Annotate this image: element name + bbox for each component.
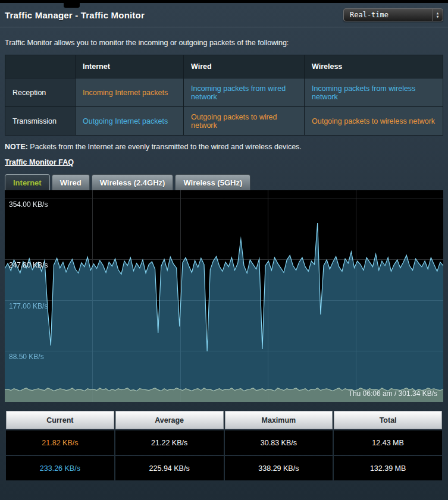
- stats-cell: 233.26 KB/s: [6, 456, 114, 480]
- select-stepper-icon: ▲▼: [432, 9, 443, 21]
- info-row: ReceptionIncoming Internet packetsIncomi…: [5, 78, 443, 107]
- page-title: Traffic Manager - Traffic Monitor: [5, 10, 145, 20]
- tab-wired[interactable]: Wired: [52, 174, 90, 190]
- stats-col-total: Total: [334, 411, 442, 429]
- info-col-header-wireless: Wireless: [305, 55, 443, 78]
- traffic-chart: 354.00 KB/s247.80 KB/s177.00 KB/s88.50 K…: [5, 190, 443, 402]
- traffic-chart-canvas: [5, 190, 443, 402]
- stats-cell: 12.43 MB: [334, 430, 442, 455]
- info-cell: Incoming packets from wireless network: [305, 78, 443, 107]
- stats-table: CurrentAverageMaximumTotal 21.82 KB/s21.…: [5, 410, 443, 482]
- info-cell: Incoming Internet packets: [76, 78, 184, 107]
- tab-bar: InternetWiredWireless (2.4GHz)Wireless (…: [5, 174, 443, 190]
- info-col-header-internet: Internet: [76, 55, 184, 78]
- mode-select-value: Real-time: [350, 11, 389, 19]
- tab-internet[interactable]: Internet: [5, 174, 50, 190]
- info-row-label: Transmission: [5, 107, 76, 136]
- info-col-header-wired: Wired: [184, 55, 305, 78]
- stats-col-average: Average: [115, 411, 224, 429]
- intro-text: Traffic Monitor allows you to monitor th…: [5, 27, 443, 55]
- note-body: Packets from the Internet are evenly tra…: [28, 143, 302, 151]
- info-cell: Outgoing packets to wireless network: [305, 107, 443, 136]
- stats-row: 233.26 KB/s225.94 KB/s338.29 KB/s132.39 …: [6, 456, 442, 480]
- stats-table-header: CurrentAverageMaximumTotal: [6, 411, 442, 429]
- info-cell: Outgoing Internet packets: [76, 107, 184, 136]
- stats-cell: 338.29 KB/s: [225, 456, 333, 480]
- info-row-label: Reception: [5, 78, 76, 107]
- top-tab: [64, 3, 80, 8]
- info-corner-cell: [5, 55, 76, 78]
- stats-cell: 21.82 KB/s: [6, 430, 114, 455]
- stats-cell: 132.39 MB: [334, 456, 442, 480]
- content-area: Traffic Monitor allows you to monitor th…: [0, 27, 448, 482]
- note-text: NOTE: Packets from the Internet are even…: [5, 143, 443, 151]
- mode-select[interactable]: Real-time ▲▼: [343, 8, 443, 21]
- top-bar: [0, 0, 448, 3]
- stats-cell: 21.22 KB/s: [115, 430, 224, 455]
- traffic-monitor-page: Traffic Manager - Traffic Monitor Real-t…: [0, 0, 448, 482]
- tab-wireless-2-4ghz[interactable]: Wireless (2.4GHz): [92, 174, 174, 190]
- stats-cell: 225.94 KB/s: [115, 456, 224, 480]
- info-row: TransmissionOutgoing Internet packetsOut…: [5, 107, 443, 136]
- stats-row: 21.82 KB/s21.22 KB/s30.83 KB/s12.43 MB: [6, 430, 442, 455]
- stats-col-maximum: Maximum: [225, 411, 333, 429]
- faq-link[interactable]: Traffic Monitor FAQ: [5, 158, 74, 166]
- tab-wireless-5ghz[interactable]: Wireless (5GHz): [175, 174, 250, 190]
- note-label: NOTE:: [5, 143, 28, 151]
- stats-cell: 30.83 KB/s: [225, 430, 333, 455]
- info-table-header: InternetWiredWireless: [5, 55, 443, 78]
- info-table: InternetWiredWireless ReceptionIncoming …: [5, 55, 443, 136]
- info-cell: Outgoing packets to wired network: [184, 107, 305, 136]
- info-cell: Incoming packets from wired network: [184, 78, 305, 107]
- stats-col-current: Current: [6, 411, 114, 429]
